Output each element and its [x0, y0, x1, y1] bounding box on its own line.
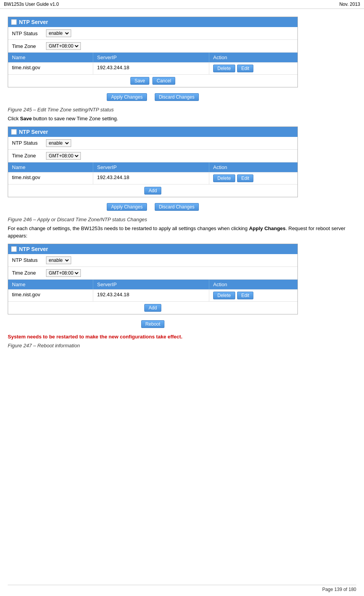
body-text-1-bold: Save: [20, 116, 32, 121]
panel3-ntp-status-row: NTP Status enable disable: [8, 254, 297, 267]
panel2-table-row: time.nist.gov 192.43.244.18 Delete Edit: [8, 172, 297, 184]
panel1-row-actions: Delete Edit: [209, 63, 297, 74]
body-text-1-before: Click: [8, 116, 20, 121]
panel1-timezone-label: Time Zone: [12, 43, 43, 49]
panel1-timezone-select-wrap[interactable]: GMT+08:00: [46, 42, 81, 50]
ntp-panel-2: NTP Server NTP Status enable disable Tim…: [8, 126, 298, 197]
panel2-timezone-select[interactable]: GMT+08:00: [47, 153, 80, 159]
body-text-2-bold: Apply Changes: [249, 225, 286, 231]
panel1-ntp-status-label: NTP Status: [12, 31, 43, 36]
panel2-col-serverip: ServerIP: [93, 162, 209, 172]
panel1-btn-row: Save Cancel: [8, 74, 297, 87]
panel3-ntp-status-select-wrap[interactable]: enable disable: [46, 256, 71, 264]
page-header: BW1253s User Guide v1.0 Nov. 2013: [0, 0, 364, 9]
panel3-ntp-status-select[interactable]: enable disable: [47, 257, 70, 263]
panel1-ntp-status-select[interactable]: enable disable: [47, 30, 70, 36]
panel3-header: NTP Server: [8, 244, 297, 254]
panel3-row-name: time.nist.gov: [8, 290, 93, 301]
panel3-edit-button[interactable]: Edit: [237, 292, 254, 299]
reboot-warning: System needs to be restarted to make the…: [8, 334, 356, 340]
panel2-table-header: Name ServerIP Action: [8, 162, 297, 172]
ntp-panel-3: NTP Server NTP Status enable disable Tim…: [8, 244, 298, 314]
panel2-timezone-select-wrap[interactable]: GMT+08:00: [46, 152, 81, 160]
panel1-timezone-row: Time Zone GMT+08:00: [8, 40, 297, 53]
panel1-header: NTP Server: [8, 17, 297, 27]
footer-text: Page 139 of 180: [322, 587, 356, 592]
panel1-title: NTP Server: [19, 19, 48, 25]
panel1-delete-button[interactable]: Delete: [213, 65, 235, 72]
reboot-button[interactable]: Reboot: [141, 320, 165, 328]
panel2-ntp-status-select-wrap[interactable]: enable disable: [46, 139, 71, 147]
panel3-col-name: Name: [8, 280, 93, 289]
figure246-caption: Figure 246 – Apply or Discard Time Zone/…: [8, 217, 356, 222]
panel1-col-serverip: ServerIP: [93, 53, 209, 62]
action-bar-3: Reboot: [8, 320, 298, 328]
panel2-delete-button[interactable]: Delete: [213, 174, 235, 182]
panel2-header: NTP Server: [8, 127, 297, 137]
panel2-row-ip: 192.43.244.18: [93, 172, 209, 184]
panel3-delete-button[interactable]: Delete: [213, 292, 235, 299]
header-left: BW1253s User Guide v1.0: [4, 2, 59, 7]
panel1-table-header: Name ServerIP Action: [8, 53, 297, 62]
action-bar-2: Apply Changes Discard Changes: [8, 203, 298, 211]
panel3-table-row: time.nist.gov 192.43.244.18 Delete Edit: [8, 289, 297, 301]
panel2-col-action: Action: [209, 162, 297, 172]
panel1-edit-button[interactable]: Edit: [237, 65, 254, 72]
header-right: Nov. 2013: [339, 2, 360, 7]
panel3-row-actions: Delete Edit: [209, 290, 297, 301]
panel2-row-actions: Delete Edit: [209, 172, 297, 184]
page-footer: Page 139 of 180: [8, 585, 356, 592]
panel2-ntp-status-select[interactable]: enable disable: [47, 140, 70, 146]
page-content: NTP Server NTP Status enable disable Tim…: [0, 9, 364, 355]
panel2-edit-button[interactable]: Edit: [237, 174, 254, 182]
action-bar-1: Apply Changes Discard Changes: [8, 93, 298, 101]
panel3-col-action: Action: [209, 280, 297, 289]
ntp-panel-1: NTP Server NTP Status enable disable Tim…: [8, 17, 298, 87]
figure245-caption: Figure 245 – Edit Time Zone setting/NTP …: [8, 107, 356, 113]
panel3-timezone-select-wrap[interactable]: GMT+08:00: [46, 269, 81, 277]
panel1-icon: [11, 19, 17, 25]
panel3-table-header: Name ServerIP Action: [8, 280, 297, 289]
discard-changes-button-1[interactable]: Discard Changes: [155, 93, 199, 101]
panel1-row-name: time.nist.gov: [8, 63, 93, 74]
panel3-timezone-label: Time Zone: [12, 270, 43, 276]
panel2-ntp-status-row: NTP Status enable disable: [8, 137, 297, 150]
body-text-1-after: button to save new Time Zone setting.: [32, 116, 118, 121]
panel2-btn-row: Add: [8, 184, 297, 197]
panel2-ntp-status-label: NTP Status: [12, 140, 43, 146]
panel1-table-row: time.nist.gov 192.43.244.18 Delete Edit: [8, 62, 297, 74]
panel2-icon: [11, 129, 17, 135]
panel1-col-action: Action: [209, 53, 297, 62]
panel1-ntp-status-select-wrap[interactable]: enable disable: [46, 29, 71, 37]
panel3-timezone-row: Time Zone GMT+08:00: [8, 267, 297, 280]
panel1-timezone-select[interactable]: GMT+08:00: [47, 43, 80, 49]
panel3-ntp-status-label: NTP Status: [12, 257, 43, 263]
panel3-btn-row: Add: [8, 301, 297, 314]
discard-changes-button-2[interactable]: Discard Changes: [155, 203, 199, 211]
apply-changes-button-1[interactable]: Apply Changes: [107, 93, 147, 101]
panel2-add-button[interactable]: Add: [144, 187, 161, 195]
panel2-col-name: Name: [8, 162, 93, 172]
panel1-ntp-status-row: NTP Status enable disable: [8, 27, 297, 40]
panel3-icon: [11, 246, 17, 252]
panel2-title: NTP Server: [19, 129, 48, 135]
panel3-add-button[interactable]: Add: [144, 304, 161, 312]
body-text-2-before: For each change of settings, the BW1253s…: [8, 225, 249, 231]
panel2-timezone-row: Time Zone GMT+08:00: [8, 150, 297, 162]
body-text-2: For each change of settings, the BW1253s…: [8, 225, 356, 240]
panel3-title: NTP Server: [19, 246, 48, 252]
figure247-caption: Figure 247 – Reboot information: [8, 343, 356, 348]
panel3-col-serverip: ServerIP: [93, 280, 209, 289]
body-text-1: Click Save button to save new Time Zone …: [8, 115, 356, 123]
panel1-col-name: Name: [8, 53, 93, 62]
panel3-row-ip: 192.43.244.18: [93, 290, 209, 301]
panel2-timezone-label: Time Zone: [12, 153, 43, 159]
apply-changes-button-2[interactable]: Apply Changes: [107, 203, 147, 211]
panel1-save-button[interactable]: Save: [130, 77, 149, 85]
panel1-row-ip: 192.43.244.18: [93, 63, 209, 74]
panel2-row-name: time.nist.gov: [8, 172, 93, 184]
panel3-timezone-select[interactable]: GMT+08:00: [47, 270, 80, 276]
panel1-cancel-button[interactable]: Cancel: [152, 77, 175, 85]
